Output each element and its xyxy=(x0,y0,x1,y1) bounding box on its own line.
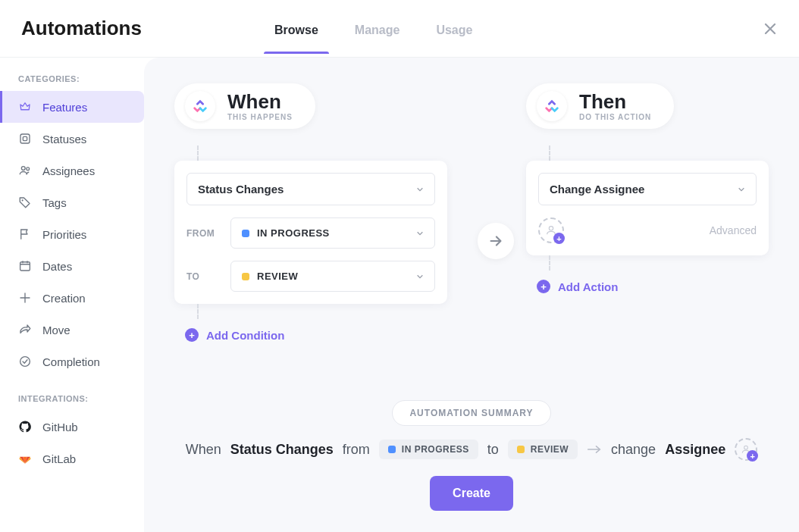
tab-browse[interactable]: Browse xyxy=(271,4,321,54)
gitlab-icon xyxy=(18,452,32,465)
trigger-value: Status Changes xyxy=(198,183,284,196)
sidebar-item-label: GitLab xyxy=(42,452,76,465)
tabs: Browse Manage Usage xyxy=(271,4,475,54)
then-column: Then DO THIS ACTION Change Assignee + xyxy=(526,83,769,293)
chevron-down-icon xyxy=(416,273,424,280)
sidebar-item-label: Priorities xyxy=(42,228,86,241)
then-title: Then xyxy=(579,92,651,111)
summary-trigger: Status Changes xyxy=(230,442,334,458)
sidebar-item-github[interactable]: GitHub xyxy=(0,411,144,443)
to-status-select[interactable]: REVIEW xyxy=(230,261,435,292)
add-action-label: Add Action xyxy=(558,280,618,293)
chevron-down-icon xyxy=(738,186,745,193)
calendar-icon xyxy=(18,259,32,273)
plus-icon xyxy=(18,291,32,305)
to-label: TO xyxy=(186,271,220,282)
plus-circle-icon: + xyxy=(537,280,550,293)
clickup-logo-icon xyxy=(537,91,567,121)
main-canvas: When THIS HAPPENS Status Changes FROM IN… xyxy=(144,58,799,532)
summary-sentence: When Status Changes from IN PROGRESS to … xyxy=(174,438,769,461)
sidebar-item-features[interactable]: Features xyxy=(0,91,144,123)
when-column: When THIS HAPPENS Status Changes FROM IN… xyxy=(174,83,447,342)
to-status-value: REVIEW xyxy=(257,271,298,282)
crown-icon xyxy=(18,100,32,114)
action-value: Change Assignee xyxy=(550,183,644,196)
sidebar-item-label: Features xyxy=(42,101,87,114)
summary-assignee-picker[interactable]: + xyxy=(735,438,757,461)
close-button[interactable] xyxy=(763,21,778,36)
mini-plus-icon: + xyxy=(747,450,758,462)
github-icon xyxy=(18,420,32,433)
sidebar-item-gitlab[interactable]: GitLab xyxy=(0,443,144,474)
summary-label: AUTOMATION SUMMARY xyxy=(392,400,550,426)
clickup-logo-icon xyxy=(185,91,215,121)
svg-point-8 xyxy=(744,446,748,449)
add-condition-button[interactable]: + Add Condition xyxy=(185,328,284,342)
sidebar-item-label: Tags xyxy=(42,196,67,209)
sidebar-item-label: Statuses xyxy=(42,133,86,146)
tag-icon xyxy=(18,196,32,209)
sidebar-item-move[interactable]: Move xyxy=(0,314,144,346)
sidebar-item-creation[interactable]: Creation xyxy=(0,282,144,314)
summary-to: to xyxy=(487,442,499,458)
summary-from: from xyxy=(343,442,370,458)
sidebar: CATEGORIES: Features Statuses Assignees … xyxy=(0,58,144,532)
then-card: Change Assignee + Advanced xyxy=(526,161,769,255)
chevron-down-icon xyxy=(416,186,424,193)
sidebar-item-priorities[interactable]: Priorities xyxy=(0,218,144,250)
flow-arrow xyxy=(478,223,514,259)
status-dot-yellow xyxy=(242,273,249,280)
arrow-right-icon xyxy=(587,444,602,455)
svg-rect-1 xyxy=(23,136,27,140)
sidebar-item-label: Creation xyxy=(42,292,86,305)
when-card: Status Changes FROM IN PROGRESS TO RE xyxy=(174,161,447,304)
people-icon xyxy=(18,164,32,177)
then-header: Then DO THIS ACTION xyxy=(526,83,674,129)
from-status-select[interactable]: IN PROGRESS xyxy=(230,217,435,249)
categories-heading: CATEGORIES: xyxy=(0,71,144,91)
chevron-down-icon xyxy=(416,230,424,237)
sidebar-item-statuses[interactable]: Statuses xyxy=(0,123,144,155)
svg-point-6 xyxy=(20,357,30,367)
sidebar-item-assignees[interactable]: Assignees xyxy=(0,155,144,186)
sidebar-item-label: Completion xyxy=(42,355,100,368)
sidebar-item-completion[interactable]: Completion xyxy=(0,346,144,377)
sidebar-item-dates[interactable]: Dates xyxy=(0,250,144,282)
from-status-value: IN PROGRESS xyxy=(257,227,330,239)
sidebar-item-label: Move xyxy=(42,324,70,336)
integrations-heading: INTEGRATIONS: xyxy=(0,391,144,411)
advanced-link[interactable]: Advanced xyxy=(710,224,757,236)
check-circle-icon xyxy=(18,355,32,368)
svg-point-3 xyxy=(27,167,30,171)
svg-point-2 xyxy=(21,167,25,171)
square-icon xyxy=(18,132,32,146)
arrow-right-icon xyxy=(487,233,504,249)
sidebar-item-label: Dates xyxy=(42,260,72,273)
summary-to-status: REVIEW xyxy=(508,440,578,459)
summary-change: change xyxy=(611,442,656,458)
tab-manage[interactable]: Manage xyxy=(352,4,403,54)
then-subtitle: DO THIS ACTION xyxy=(579,113,651,121)
assignee-picker[interactable]: + xyxy=(538,217,564,243)
mini-plus-icon: + xyxy=(553,233,565,244)
tab-usage[interactable]: Usage xyxy=(433,4,475,54)
sidebar-item-label: GitHub xyxy=(42,421,78,433)
header: Automations Browse Manage Usage xyxy=(0,0,799,58)
action-select[interactable]: Change Assignee xyxy=(538,173,757,205)
when-title: When xyxy=(227,92,293,111)
summary-target: Assignee xyxy=(665,442,725,458)
svg-point-4 xyxy=(22,199,24,201)
sidebar-item-tags[interactable]: Tags xyxy=(0,186,144,218)
when-header: When THIS HAPPENS xyxy=(174,83,315,129)
trigger-select[interactable]: Status Changes xyxy=(186,173,435,205)
automation-summary: AUTOMATION SUMMARY When Status Changes f… xyxy=(174,400,769,511)
plus-circle-icon: + xyxy=(185,328,199,342)
svg-rect-5 xyxy=(20,262,30,271)
page-title: Automations xyxy=(21,17,196,40)
add-condition-label: Add Condition xyxy=(206,329,284,342)
create-button[interactable]: Create xyxy=(430,476,513,511)
summary-from-status: IN PROGRESS xyxy=(379,440,478,459)
add-action-button[interactable]: + Add Action xyxy=(537,280,618,293)
svg-point-7 xyxy=(549,227,553,230)
status-dot-blue xyxy=(242,230,249,237)
